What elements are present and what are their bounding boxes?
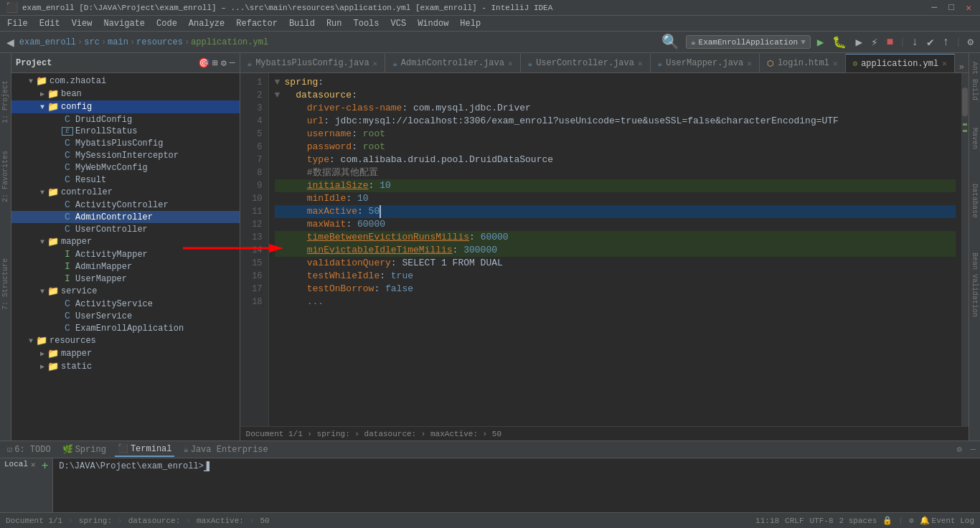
event-log-button[interactable]: 🔔 Event Log	[920, 516, 974, 525]
sidebar-settings-button[interactable]: ⚙	[221, 57, 227, 69]
tree-item-adminmapper[interactable]: ▶ I AdminMapper	[11, 260, 240, 273]
terminal-add-tab-button[interactable]: +	[42, 460, 49, 473]
tab-java-enterprise[interactable]: ☕ Java Enterprise	[180, 443, 270, 456]
tree-item-mysessioninterceptor[interactable]: ▶ C MySessionInterceptor	[11, 149, 240, 161]
fold-icon[interactable]: ▼	[275, 76, 285, 89]
tree-item-mybatisplusconfig[interactable]: ▶ C MybatisPlusConfig	[11, 137, 240, 149]
tab-login[interactable]: ⬡ login.html ✕	[760, 54, 846, 72]
menu-view[interactable]: View	[67, 17, 97, 30]
tree-item-usermapper[interactable]: ▶ I UserMapper	[11, 273, 240, 285]
breadcrumb-src[interactable]: src	[84, 37, 100, 47]
terminal-tab-close[interactable]: ✕	[31, 460, 36, 469]
favorites-panel-button[interactable]: 2: Favorites	[0, 145, 11, 208]
maven-panel-button[interactable]: Maven	[969, 122, 980, 155]
tab-close-button[interactable]: ✕	[508, 59, 513, 68]
minimize-button[interactable]: ─	[929, 2, 941, 14]
tree-item-enrollstatus[interactable]: ▶ E EnrollStatus	[11, 126, 240, 137]
tab-close-button[interactable]: ✕	[833, 59, 838, 68]
sidebar-expand-button[interactable]: ⊞	[212, 57, 218, 69]
menu-tools[interactable]: Tools	[349, 17, 384, 30]
tree-item-activitycontroller[interactable]: ▶ C ActivityController	[11, 199, 240, 211]
search-everywhere-button[interactable]: 🔍	[659, 32, 682, 52]
tree-item-result[interactable]: ▶ C Result	[11, 174, 240, 186]
git-commit[interactable]: ✔	[925, 34, 936, 51]
tab-application-yml[interactable]: ⚙ application.yml ✕	[846, 54, 955, 72]
breadcrumb-project[interactable]: exam_enroll	[19, 37, 76, 47]
terminal-close-button[interactable]: —	[971, 445, 976, 455]
coverage-button[interactable]: ▶	[853, 34, 864, 51]
tab-close-button[interactable]: ✕	[373, 59, 378, 68]
structure-panel-button[interactable]: 7: Structure	[0, 253, 11, 316]
tab-admincontroller[interactable]: ☕ AdminController.java ✕	[385, 54, 520, 72]
menu-help[interactable]: Help	[456, 17, 485, 30]
menu-file[interactable]: File	[3, 17, 32, 30]
tab-usermapper[interactable]: ☕ UserMapper.java ✕	[651, 54, 760, 72]
menu-vcs[interactable]: VCS	[387, 17, 411, 30]
breadcrumb-main[interactable]: main	[108, 37, 128, 47]
tree-item-mywebmvcconfig[interactable]: ▶ C MyWebMvcConfig	[11, 161, 240, 174]
menu-window[interactable]: Window	[413, 17, 453, 30]
menu-run[interactable]: Run	[322, 17, 347, 30]
stop-button[interactable]: ■	[885, 34, 896, 50]
tree-item-mapper[interactable]: ▼ 📁 mapper	[11, 235, 240, 248]
git-push[interactable]: ↑	[941, 34, 952, 50]
sidebar-locate-button[interactable]: 🎯	[198, 57, 209, 69]
tree-item-usercontroller[interactable]: ▶ C UserController	[11, 223, 240, 235]
tree-item-bean[interactable]: ▶ 📁 bean	[11, 88, 240, 100]
run-config-selector[interactable]: ☕ ExamEnrollApplication ▼	[686, 35, 811, 49]
menu-analyze[interactable]: Analyze	[184, 17, 229, 30]
menu-build[interactable]: Build	[285, 17, 319, 30]
profiler-button[interactable]: ⚡	[869, 34, 880, 51]
tab-mybatisplusconfig[interactable]: ☕ MybatisPlusConfig.java ✕	[240, 54, 386, 72]
git-update[interactable]: ↓	[910, 34, 921, 50]
tree-item-druidconfig[interactable]: ▶ C DruidConfig	[11, 113, 240, 126]
tree-item-activityservice[interactable]: ▶ C ActivityService	[11, 298, 240, 310]
terminal-content[interactable]: D:\JAVA\Project\exam_enroll>▌	[53, 458, 980, 512]
tab-close-button[interactable]: ✕	[942, 59, 947, 68]
tab-todo[interactable]: ☑ 6: TODO	[4, 443, 54, 456]
tree-item-service[interactable]: ▼ 📁 service	[11, 285, 240, 298]
tree-item-com-zhaotai[interactable]: ▼ 📁 com.zhaotai	[11, 75, 240, 88]
tree-item-admincontroller[interactable]: ▶ C AdminController	[11, 211, 240, 223]
settings-icon[interactable]: ⚙	[909, 516, 914, 525]
status-crlf[interactable]: CRLF	[785, 517, 804, 525]
tab-spring[interactable]: 🌿 Spring	[60, 443, 109, 456]
terminal-settings-button[interactable]: ⚙	[957, 444, 962, 455]
tab-usercontroller[interactable]: ☕ UserController.java ✕	[521, 54, 651, 72]
tree-item-examenrollapplication[interactable]: ▶ C ExamEnrollApplication	[11, 322, 240, 334]
tree-item-userservice[interactable]: ▶ C UserService	[11, 310, 240, 322]
vertical-scrollbar[interactable]	[961, 73, 969, 426]
code-content[interactable]: ▼ spring: ▼ datasource: driver-class-nam…	[269, 73, 961, 426]
breadcrumb-file[interactable]: application.yml	[191, 37, 268, 47]
run-button[interactable]: ▶	[815, 34, 826, 51]
fold-icon[interactable]: ▼	[275, 89, 285, 102]
project-panel-button[interactable]: 1: Project	[0, 75, 11, 129]
tree-item-mapper-resources[interactable]: ▶ 📁 mapper	[11, 347, 240, 360]
menu-code[interactable]: Code	[152, 17, 182, 30]
tab-close-button[interactable]: ✕	[747, 59, 752, 68]
ant-build-panel-button[interactable]: Ant Build	[969, 56, 980, 106]
tab-close-button[interactable]: ✕	[638, 59, 643, 68]
menu-refactor[interactable]: Refactor	[232, 17, 282, 30]
tab-terminal[interactable]: ⬛ Terminal	[115, 442, 175, 457]
back-button[interactable]: ◀	[4, 33, 17, 52]
tree-item-controller[interactable]: ▼ 📁 controller	[11, 186, 240, 199]
menu-navigate[interactable]: Navigate	[99, 17, 149, 30]
tree-item-resources[interactable]: ▼ 📁 resources	[11, 334, 240, 347]
bean-validation-panel-button[interactable]: Bean Validation	[969, 247, 980, 323]
close-button[interactable]: ✕	[963, 2, 974, 14]
tree-item-config[interactable]: ▼ 📁 config	[11, 100, 240, 113]
tabs-overflow[interactable]: »	[955, 62, 969, 72]
breadcrumb-resources[interactable]: resources	[136, 37, 183, 47]
scrollbar-thumb[interactable]	[962, 88, 968, 116]
tree-item-static[interactable]: ▶ 📁 static	[11, 360, 240, 373]
database-panel-button[interactable]: Database	[969, 178, 980, 224]
menu-edit[interactable]: Edit	[35, 17, 65, 30]
terminal-local-tab[interactable]: Local ✕ +	[0, 458, 53, 512]
sidebar-collapse-button[interactable]: —	[230, 57, 235, 69]
maximize-button[interactable]: □	[946, 2, 957, 14]
debug-button[interactable]: 🐛	[830, 34, 849, 51]
status-encoding[interactable]: UTF-8	[810, 517, 834, 525]
status-indent[interactable]: 2 spaces	[839, 517, 877, 525]
settings-button[interactable]: ⚙	[966, 34, 976, 50]
